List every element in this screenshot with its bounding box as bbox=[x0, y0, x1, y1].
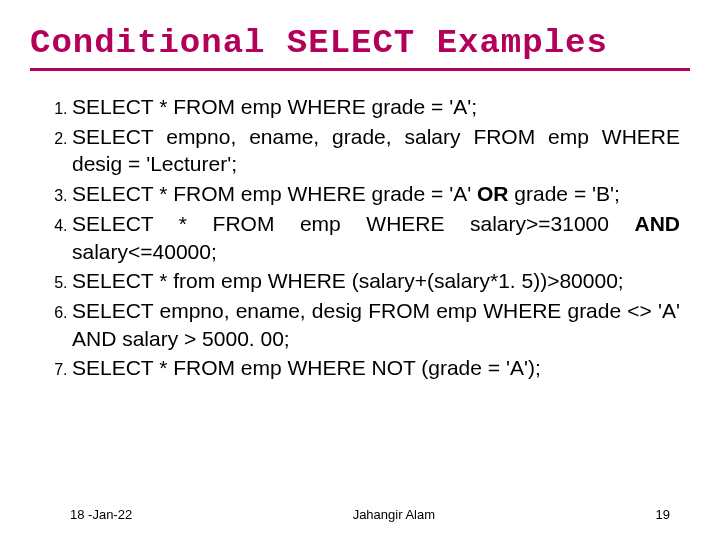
list-item: SELECT * FROM emp WHERE grade = 'A'; bbox=[72, 93, 680, 121]
item-text: SELECT * FROM emp WHERE NOT (grade = 'A'… bbox=[72, 356, 541, 379]
footer-page: 19 bbox=[656, 507, 670, 522]
item-text: SELECT empno, ename, grade, salary FROM … bbox=[72, 125, 680, 176]
item-text: SELECT * FROM emp WHERE salary>=31000 bbox=[72, 212, 635, 235]
footer-author: Jahangir Alam bbox=[353, 507, 435, 522]
slide: Conditional SELECT Examples SELECT * FRO… bbox=[0, 0, 720, 540]
footer: 18 -Jan-22 Jahangir Alam 19 bbox=[0, 507, 720, 522]
list-item: SELECT * FROM emp WHERE salary>=31000 AN… bbox=[72, 210, 680, 265]
keyword-or: OR bbox=[477, 182, 509, 205]
list-item: SELECT empno, ename, grade, salary FROM … bbox=[72, 123, 680, 178]
list-item: SELECT empno, ename, desig FROM emp WHER… bbox=[72, 297, 680, 352]
list-item: SELECT * FROM emp WHERE NOT (grade = 'A'… bbox=[72, 354, 680, 382]
item-text: SELECT empno, ename, desig FROM emp WHER… bbox=[72, 299, 680, 350]
slide-title: Conditional SELECT Examples bbox=[30, 24, 690, 71]
keyword-and: AND bbox=[635, 212, 681, 235]
item-text: SELECT * FROM emp WHERE grade = 'A' bbox=[72, 182, 477, 205]
list-item: SELECT * from emp WHERE (salary+(salary*… bbox=[72, 267, 680, 295]
item-text: SELECT * FROM emp WHERE grade = 'A'; bbox=[72, 95, 477, 118]
list-item: SELECT * FROM emp WHERE grade = 'A' OR g… bbox=[72, 180, 680, 208]
item-text: salary<=40000; bbox=[72, 240, 217, 263]
item-text: SELECT * from emp WHERE (salary+(salary*… bbox=[72, 269, 624, 292]
example-list: SELECT * FROM emp WHERE grade = 'A'; SEL… bbox=[44, 93, 690, 382]
item-text: grade = 'B'; bbox=[509, 182, 620, 205]
footer-date: 18 -Jan-22 bbox=[70, 507, 132, 522]
